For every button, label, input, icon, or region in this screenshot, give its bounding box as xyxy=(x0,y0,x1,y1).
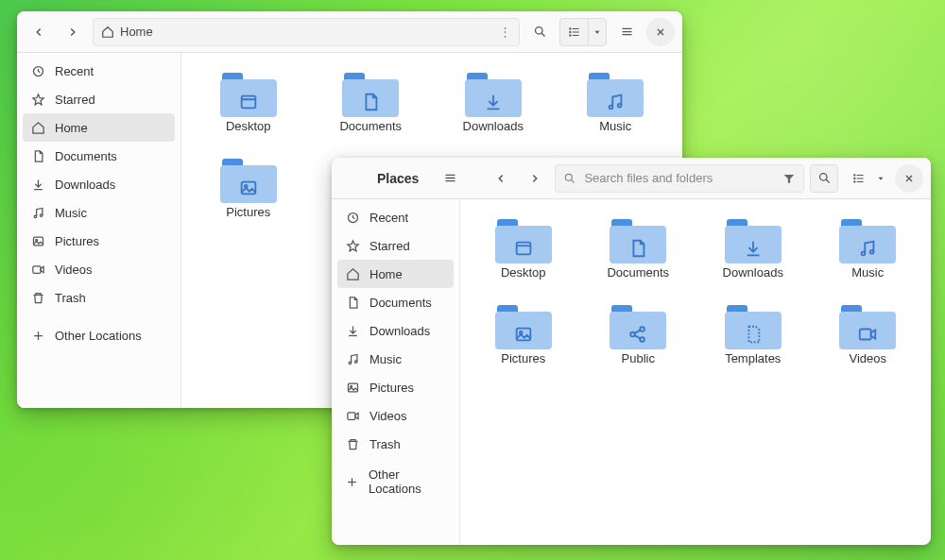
headerbar: Home ⋮ xyxy=(17,11,682,53)
folder-label: Documents xyxy=(339,119,402,133)
folder-icon xyxy=(220,70,277,117)
svg-point-68 xyxy=(870,250,874,254)
svg-marker-8 xyxy=(595,30,600,33)
folder-icon xyxy=(495,302,552,349)
sidebar-item-home[interactable]: Home xyxy=(337,260,454,288)
folder-label: Public xyxy=(622,351,655,365)
folder-music[interactable]: Music xyxy=(815,212,922,283)
close-button[interactable] xyxy=(646,18,675,46)
sidebar-item-starred[interactable]: Starred xyxy=(337,231,454,260)
sidebar-item-label: Home xyxy=(55,121,88,135)
svg-marker-23 xyxy=(41,266,43,272)
sidebar: RecentStarredHomeDocumentsDownloadsMusic… xyxy=(17,53,181,408)
sidebar-item-trash[interactable]: Trash xyxy=(23,283,175,312)
svg-marker-39 xyxy=(784,174,795,182)
folder-templates[interactable]: Templates xyxy=(699,298,807,369)
folder-pictures[interactable]: Pictures xyxy=(470,298,577,369)
svg-rect-63 xyxy=(516,243,530,255)
folder-desktop[interactable]: Desktop xyxy=(470,212,577,283)
svg-rect-76 xyxy=(860,330,871,340)
sidebar-item-label: Documents xyxy=(369,296,432,310)
svg-point-47 xyxy=(853,180,854,181)
view-dropdown-button[interactable] xyxy=(588,18,607,46)
folder-videos[interactable]: Videos xyxy=(815,298,922,369)
close-button[interactable] xyxy=(895,164,923,193)
headerbar: Places Search files and folders xyxy=(332,158,931,199)
svg-rect-57 xyxy=(348,383,357,392)
sidebar-item-home[interactable]: Home xyxy=(23,113,175,142)
view-list-button[interactable] xyxy=(844,164,872,193)
sidebar-item-music[interactable]: Music xyxy=(337,345,454,373)
plus-icon xyxy=(345,474,359,489)
svg-marker-77 xyxy=(871,330,876,338)
path-bar[interactable]: Home ⋮ xyxy=(93,18,520,46)
sidebar-item-label: Recent xyxy=(369,211,408,225)
folder-pictures[interactable]: Pictures xyxy=(191,152,306,223)
folder-documents[interactable]: Documents xyxy=(585,212,693,283)
content-area[interactable]: Desktop Documents Downloads Music Pictur… xyxy=(460,199,931,545)
search-button[interactable] xyxy=(525,18,554,46)
music-icon xyxy=(345,351,360,366)
sidebar-item-starred[interactable]: Starred xyxy=(23,85,175,113)
back-button[interactable] xyxy=(25,18,53,46)
forward-button[interactable] xyxy=(521,164,549,193)
sidebar-item-other-locations[interactable]: Other Locations xyxy=(23,321,175,349)
svg-rect-59 xyxy=(347,412,354,419)
folder-icon xyxy=(610,302,666,349)
folder-icon xyxy=(495,216,552,263)
sidebar-item-downloads[interactable]: Downloads xyxy=(23,170,175,198)
home-icon xyxy=(101,25,114,39)
folder-desktop[interactable]: Desktop xyxy=(191,66,306,137)
view-list-button[interactable] xyxy=(559,18,588,46)
music-icon xyxy=(30,205,45,220)
file-manager-window-2: Places Search files and folders RecentSt… xyxy=(332,158,931,545)
sidebar-item-documents[interactable]: Documents xyxy=(337,288,454,316)
folder-label: Music xyxy=(599,119,631,133)
folder-downloads[interactable]: Downloads xyxy=(699,212,807,283)
sidebar-item-label: Videos xyxy=(369,409,407,423)
back-button[interactable] xyxy=(487,164,515,193)
sidebar-item-downloads[interactable]: Downloads xyxy=(337,316,454,345)
sidebar-item-recent[interactable]: Recent xyxy=(337,203,454,231)
sidebar-item-label: Other Locations xyxy=(55,329,142,343)
svg-line-38 xyxy=(572,179,575,182)
sidebar-item-trash[interactable]: Trash xyxy=(337,430,454,458)
sidebar-item-other-locations[interactable]: Other Locations xyxy=(337,467,454,496)
sidebar-item-label: Downloads xyxy=(369,324,430,338)
path-menu-icon[interactable]: ⋮ xyxy=(499,25,511,39)
svg-point-46 xyxy=(853,178,854,178)
sidebar-item-music[interactable]: Music xyxy=(23,198,175,227)
svg-point-0 xyxy=(535,27,542,35)
sidebar-item-videos[interactable]: Videos xyxy=(23,255,175,283)
folder-downloads[interactable]: Downloads xyxy=(436,66,551,137)
search-button[interactable] xyxy=(810,164,838,193)
view-dropdown-button[interactable] xyxy=(872,164,889,193)
sidebar-item-label: Pictures xyxy=(369,381,414,395)
forward-button[interactable] xyxy=(59,18,87,46)
folder-icon xyxy=(725,216,782,263)
svg-point-30 xyxy=(610,106,613,110)
sidebar-item-videos[interactable]: Videos xyxy=(337,401,454,430)
hamburger-menu-button[interactable] xyxy=(612,18,641,46)
sidebar-item-recent[interactable]: Recent xyxy=(23,57,175,85)
folder-icon xyxy=(465,70,522,117)
filter-icon[interactable] xyxy=(782,172,796,185)
sidebar-item-label: Starred xyxy=(369,239,410,253)
star-icon xyxy=(30,92,45,107)
folder-label: Desktop xyxy=(226,119,271,133)
sidebar-item-pictures[interactable]: Pictures xyxy=(23,227,175,255)
sidebar-item-pictures[interactable]: Pictures xyxy=(337,373,454,401)
folder-public[interactable]: Public xyxy=(585,298,693,369)
folder-documents[interactable]: Documents xyxy=(314,66,429,137)
search-input[interactable]: Search files and folders xyxy=(555,164,804,193)
svg-rect-20 xyxy=(33,237,43,246)
svg-rect-69 xyxy=(516,329,530,341)
folder-label: Downloads xyxy=(463,119,524,133)
folder-music[interactable]: Music xyxy=(558,66,674,137)
svg-line-74 xyxy=(635,330,641,333)
video-icon xyxy=(345,408,360,423)
places-menu-button[interactable] xyxy=(436,164,464,193)
sidebar-item-documents[interactable]: Documents xyxy=(23,142,175,170)
folder-icon xyxy=(342,70,399,117)
svg-line-1 xyxy=(541,33,544,36)
